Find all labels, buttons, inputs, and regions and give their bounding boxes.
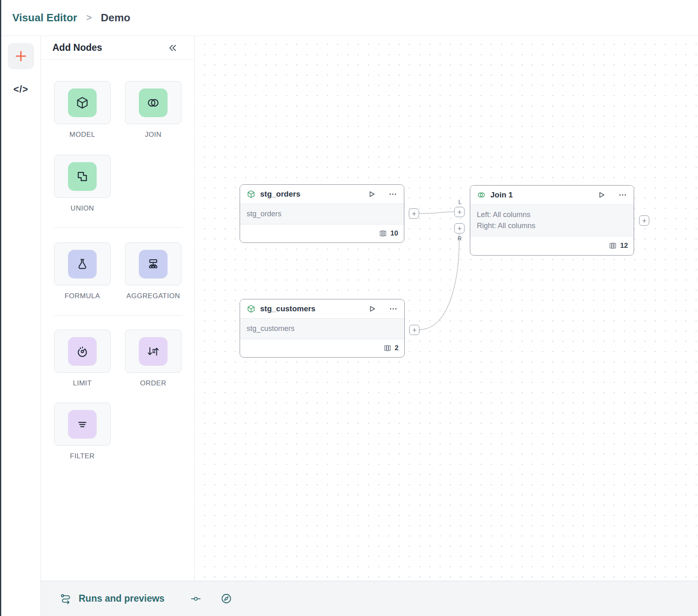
node-header: stg_orders [240, 185, 404, 204]
columns-icon [383, 344, 392, 352]
palette-group-divider [53, 227, 182, 228]
node-stg-orders[interactable]: stg_orders stg_orders 10 [240, 184, 404, 243]
node-title: Join 1 [490, 190, 592, 199]
palette-item-label: LIMIT [73, 379, 92, 387]
join-card[interactable] [125, 81, 181, 124]
run-node-button[interactable] [367, 304, 376, 313]
join-left-config: Left: All columns [477, 209, 627, 220]
play-icon [597, 190, 606, 199]
breadcrumb-visual-editor-link[interactable]: Visual Editor [12, 11, 77, 24]
palette-item-label: FILTER [70, 452, 95, 460]
commit-button[interactable] [190, 593, 202, 605]
bottom-bar: Runs and previews [41, 581, 698, 616]
ellipsis-icon [618, 190, 627, 199]
visual-editor-page: Visual Editor > Demo </> Add Nodes MODEL… [0, 0, 698, 616]
plus-icon [457, 226, 462, 231]
join-left-input-handle[interactable] [454, 207, 465, 217]
cube-icon [68, 88, 97, 117]
palette-item-filter: FILTER [54, 403, 111, 460]
model-card[interactable] [54, 81, 111, 124]
palette-item-join: JOIN [125, 81, 181, 139]
filter-lines-icon [68, 410, 97, 439]
plus-icon [412, 327, 417, 333]
stg-orders-output-handle[interactable] [409, 208, 419, 219]
add-node-button[interactable] [8, 43, 34, 69]
breadcrumb-separator: > [86, 12, 91, 23]
join-circles-icon [139, 88, 168, 117]
node-join-1[interactable]: Join 1 Left: All columns Right: All colu… [470, 185, 634, 256]
node-source-name: stg_customers [247, 323, 398, 334]
cube-icon [247, 304, 256, 313]
play-icon [367, 304, 376, 313]
code-view-button[interactable]: </> [14, 84, 28, 95]
node-header: stg_customers [240, 299, 404, 318]
add-nodes-panel-header: Add Nodes [41, 36, 194, 60]
join-right-port-label: R [458, 235, 462, 242]
runs-and-previews-button[interactable]: Runs and previews [60, 593, 165, 605]
union-squares-icon [68, 162, 97, 191]
breadcrumb-current-page: Demo [101, 11, 130, 24]
gauge-icon [68, 337, 97, 366]
flask-icon [68, 250, 97, 279]
hierarchy-icon [139, 250, 168, 279]
plus-icon [641, 218, 647, 224]
runs-and-previews-label: Runs and previews [79, 593, 165, 604]
node-title: stg_orders [260, 190, 363, 199]
node-footer: 2 [240, 339, 404, 357]
plus-icon [13, 48, 29, 64]
join-right-input-handle[interactable] [454, 223, 465, 233]
node-source-name: stg_orders [247, 208, 397, 220]
node-stg-customers[interactable]: stg_customers stg_customers 2 [240, 299, 405, 358]
node-menu-button[interactable] [388, 190, 397, 199]
commit-icon [190, 593, 202, 605]
runs-route-icon [60, 593, 72, 605]
palette-item-label: ORDER [140, 379, 166, 387]
tool-rail: </> [1, 36, 41, 616]
palette-item-label: MODEL [70, 131, 95, 139]
formula-card[interactable] [54, 242, 111, 285]
order-card[interactable] [125, 330, 181, 373]
filter-card[interactable] [54, 403, 111, 446]
palette-item-label: UNION [70, 204, 94, 213]
chevrons-left-icon [167, 43, 178, 53]
palette-group-divider [53, 315, 182, 316]
join-left-port-label: L [458, 199, 462, 205]
column-count: 2 [395, 344, 399, 352]
run-node-button[interactable] [597, 190, 606, 199]
palette-item-label: FORMULA [65, 292, 100, 300]
node-menu-button[interactable] [618, 190, 627, 199]
palette-item-limit: LIMIT [54, 330, 111, 387]
ellipsis-icon [388, 190, 397, 199]
plus-icon [457, 209, 462, 215]
column-count: 12 [620, 242, 628, 250]
node-footer: 12 [470, 236, 634, 255]
limit-card[interactable] [54, 330, 111, 373]
add-nodes-panel: Add Nodes MODEL JOIN UNION [41, 36, 195, 581]
node-body: stg_orders [240, 204, 404, 224]
flow-canvas[interactable]: stg_orders stg_orders 10 stg_customers s… [195, 36, 698, 581]
palette-item-label: AGGREGATION [127, 292, 180, 300]
union-card[interactable] [54, 155, 111, 198]
palette-item-label: JOIN [145, 131, 162, 139]
collapse-panel-button[interactable] [167, 43, 178, 53]
run-node-button[interactable] [367, 190, 376, 199]
columns-icon [379, 229, 387, 238]
columns-icon [609, 242, 617, 250]
node-body: Left: All columns Right: All columns [470, 204, 634, 236]
node-header: Join 1 [470, 186, 634, 204]
compass-button[interactable] [220, 593, 232, 605]
palette-item-union: UNION [54, 155, 111, 213]
sort-arrows-icon [139, 337, 168, 366]
node-menu-button[interactable] [389, 304, 398, 313]
palette-item-aggregation: AGGREGATION [125, 242, 181, 300]
column-count: 10 [390, 229, 398, 238]
cube-icon [247, 190, 256, 199]
plus-icon [411, 211, 417, 217]
aggregation-card[interactable] [125, 242, 181, 285]
join-right-config: Right: All columns [477, 220, 627, 231]
stg-customers-output-handle[interactable] [409, 325, 419, 335]
join-output-handle[interactable] [639, 215, 649, 226]
node-body: stg_customers [240, 318, 404, 339]
breadcrumb: Visual Editor > Demo [1, 0, 698, 36]
play-icon [367, 190, 376, 199]
